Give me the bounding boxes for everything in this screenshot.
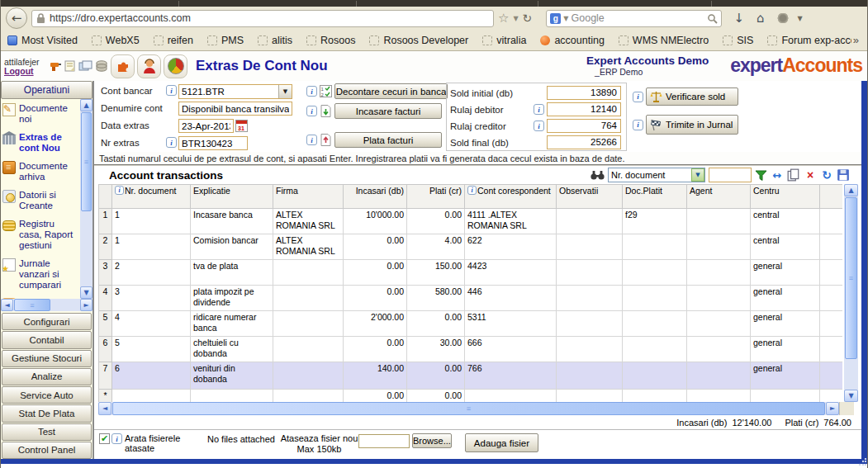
table-row[interactable]: 2 1 Comision bancar ALTEX ROMANIA SRL 0.… xyxy=(99,234,843,260)
cell-firma[interactable] xyxy=(273,337,344,362)
cell-firma[interactable] xyxy=(273,260,344,286)
decontare-cecuri-button[interactable]: Decontare cecuri in banca xyxy=(334,83,448,99)
cell-doc-platit[interactable]: f29 xyxy=(623,209,687,234)
cell-plati[interactable]: 0.00 xyxy=(407,390,465,403)
scrollbar-thumb[interactable] xyxy=(845,197,857,359)
cell-cont-corespondent[interactable]: 4111 .ALTEX ROMANIA SRL xyxy=(465,209,557,234)
cell-firma[interactable] xyxy=(273,311,344,337)
trimite-in-jurnal-button[interactable]: Trimite in Jurnal xyxy=(646,115,738,135)
grid-vertical-scrollbar[interactable]: ▲ ▼ xyxy=(844,184,858,402)
download-icon[interactable]: ↓ xyxy=(734,11,745,26)
cell-plati[interactable]: 0.00 xyxy=(407,209,465,234)
table-row[interactable]: 6 5 cheltuieli cu dobanda 0.00 30.00 666 xyxy=(99,337,843,362)
filter-icon[interactable] xyxy=(755,169,767,182)
bookmark-item[interactable]: PMS xyxy=(207,35,244,46)
cell-explicatie[interactable]: tva de plata xyxy=(191,260,273,286)
sidebar-item[interactable]: Datorii si Creante xyxy=(1,186,80,215)
find-value-input[interactable] xyxy=(709,168,752,182)
cell-explicatie[interactable]: venituri din dobanda xyxy=(191,362,273,390)
data-extras-input[interactable] xyxy=(178,119,234,133)
cell-nr-document[interactable]: 6 xyxy=(112,362,191,390)
scroll-left-icon[interactable]: ◄ xyxy=(98,402,111,415)
bookmark-item[interactable]: Forum exp-accounting xyxy=(767,35,851,46)
cell-agent[interactable] xyxy=(687,390,751,403)
sidebar-item[interactable]: Extras de cont Nou xyxy=(1,128,80,157)
cell-agent[interactable] xyxy=(687,260,751,286)
cell-plati[interactable]: 30.00 xyxy=(407,337,465,362)
cell-incasari[interactable]: 0.00 xyxy=(344,234,407,260)
cell-doc-platit[interactable] xyxy=(623,311,687,337)
search-input[interactable] xyxy=(572,12,704,24)
info-icon[interactable]: i xyxy=(534,121,544,131)
search-icon[interactable] xyxy=(707,13,718,24)
col-explicatie[interactable]: Explicatie xyxy=(191,185,273,209)
col-doc-platit[interactable]: Doc.Platit xyxy=(623,185,687,209)
sidebar-section-button[interactable]: Contabil xyxy=(2,331,92,348)
cell-doc-platit[interactable] xyxy=(623,362,687,390)
scroll-left-icon[interactable]: ◄ xyxy=(1,299,13,311)
bookmark-star-icon[interactable]: ☆ xyxy=(498,11,509,26)
col-observatii[interactable]: Observatii xyxy=(557,185,623,209)
cell-agent[interactable] xyxy=(687,286,751,311)
cell-observatii[interactable] xyxy=(557,390,623,403)
sidebar-header[interactable]: Operatiuni xyxy=(1,81,92,99)
bookmark-item[interactable]: Rosoos Developer xyxy=(369,35,468,46)
cell-plati[interactable]: 580.00 xyxy=(407,286,465,311)
sidebar-section-button[interactable]: Configurari xyxy=(2,313,92,330)
info-icon[interactable]: i xyxy=(633,120,643,130)
bookmark-item[interactable]: accounting xyxy=(540,35,604,46)
search-box[interactable]: g ▼ xyxy=(546,10,721,27)
cell-nr-document[interactable]: 4 xyxy=(112,311,191,337)
cell-centru[interactable]: general xyxy=(751,286,820,311)
cell-explicatie[interactable]: cheltuieli cu dobanda xyxy=(191,337,273,362)
cell-plati[interactable]: 150.00 xyxy=(407,260,465,286)
sidebar-item[interactable]: Registru casa, Raport gestiuni xyxy=(1,215,80,254)
incasare-facturi-button[interactable]: Incasare facturi xyxy=(334,103,442,119)
cell-incasari[interactable]: 0.00 xyxy=(344,337,407,362)
save-icon[interactable] xyxy=(837,168,850,182)
cell-nr-document[interactable]: 3 xyxy=(112,286,191,311)
col-firma[interactable]: Firma xyxy=(273,185,344,209)
add-file-button[interactable]: Adauga fisier xyxy=(465,433,538,452)
cell-explicatie[interactable]: Incasare banca xyxy=(191,209,273,234)
resize-grip[interactable] xyxy=(858,458,866,466)
row-number[interactable]: 2 xyxy=(99,234,112,260)
cell-centru[interactable]: general xyxy=(751,362,820,390)
info-icon[interactable]: i xyxy=(306,106,317,116)
cell-firma[interactable]: ALTEX ROMANIA SRL xyxy=(273,234,344,260)
sidebar-item[interactable]: Jurnale vanzari si cumparari xyxy=(1,254,80,294)
info-icon[interactable]: i xyxy=(306,135,317,145)
denumire-cont-input[interactable] xyxy=(178,102,292,116)
cell-observatii[interactable] xyxy=(557,209,623,234)
col-incasari[interactable]: Incasari (db) xyxy=(344,185,407,209)
sidebar-section-button[interactable]: Gestiune Stocuri xyxy=(2,350,92,367)
delete-icon[interactable]: × xyxy=(804,168,817,182)
cell-doc-platit[interactable] xyxy=(623,260,687,286)
cell-cont-corespondent[interactable]: 766 xyxy=(465,362,557,390)
cell-explicatie[interactable]: Comision bancar xyxy=(191,234,273,260)
browse-button[interactable]: Browse... xyxy=(412,433,452,448)
row-number[interactable]: * xyxy=(99,390,112,403)
logout-link[interactable]: Logout xyxy=(4,66,34,76)
cell-nr-document[interactable]: 1 xyxy=(112,209,191,234)
cell-nr-document[interactable]: 5 xyxy=(112,337,191,362)
info-icon[interactable]: i xyxy=(534,104,544,115)
cell-cont-corespondent[interactable]: 446 xyxy=(465,286,557,311)
scroll-up-icon[interactable]: ▲ xyxy=(844,184,858,196)
row-number[interactable]: 1 xyxy=(99,209,112,234)
addon-icon[interactable] xyxy=(777,13,789,23)
images-icon[interactable] xyxy=(78,59,93,73)
cell-firma[interactable] xyxy=(273,390,344,403)
cell-agent[interactable] xyxy=(687,234,751,260)
cell-doc-platit[interactable] xyxy=(623,234,687,260)
cell-agent[interactable] xyxy=(687,337,751,362)
cell-incasari[interactable]: 0.00 xyxy=(344,286,407,311)
bookmark-item[interactable]: alitis xyxy=(258,35,292,46)
sidebar-horizontal-scrollbar[interactable]: ◄ ► xyxy=(1,299,92,311)
fit-columns-icon[interactable]: ↔ xyxy=(771,168,784,182)
info-icon[interactable]: i xyxy=(166,85,177,96)
support-button[interactable] xyxy=(137,54,161,78)
cell-incasari[interactable]: 140.00 xyxy=(344,362,407,390)
plugins-button[interactable] xyxy=(111,54,135,78)
col-agent[interactable]: Agent xyxy=(687,185,751,209)
